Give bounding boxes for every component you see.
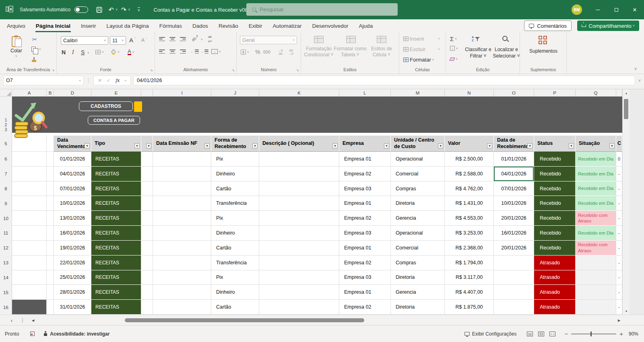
merge-center-icon[interactable]: ↔˅ (211, 49, 221, 54)
cell-A6[interactable] (12, 152, 47, 167)
cell-r15c5[interactable] (259, 285, 339, 300)
delete-cells-button[interactable]: Excluir (403, 46, 425, 52)
cell-r9c4[interactable]: Transferência (211, 196, 259, 211)
cell-styles-button[interactable]: Estilos de Célula ˅ (365, 36, 398, 58)
cell-r16c3[interactable] (153, 300, 211, 315)
cell-r13c3[interactable] (153, 255, 211, 270)
cell-r7c11[interactable]: Recebido em Dia (576, 167, 616, 181)
table-header-Data Emissão NF[interactable]: Data Emissão NF▾ (153, 136, 211, 152)
shrink-font-icon[interactable]: Aˇ (141, 37, 147, 43)
accounting-format-icon[interactable]: $˅ (241, 49, 249, 55)
scroll-right-icon[interactable]: ▶ (616, 315, 622, 326)
cell-r6c12[interactable]: 0 (616, 152, 622, 167)
insert-chevron-icon[interactable]: ˅ (438, 37, 440, 41)
table-header-Empresa[interactable]: Empresa▾ (339, 136, 391, 152)
copy-icon[interactable]: ˅ (31, 47, 41, 52)
cell-r14c7[interactable]: Diretoria (391, 270, 445, 285)
cell-r11c7[interactable]: Operacional (391, 226, 445, 241)
cell-r9c6[interactable]: Empresa 01 (339, 196, 391, 211)
font-name-select[interactable]: Calibri˅ (61, 36, 108, 45)
redo-chevron-icon[interactable]: ˅ (128, 8, 130, 12)
cell-r8c11[interactable]: Recebido em Dia (576, 181, 616, 196)
cell-r14c1[interactable]: RECEITAS (91, 270, 141, 285)
cell-r16c7[interactable]: Diretoria (391, 300, 445, 315)
tab-revisão[interactable]: Revisão (213, 19, 244, 32)
cell-A10[interactable] (12, 211, 47, 226)
filter-icon[interactable]: ▾ (85, 143, 90, 148)
insert-cells-button[interactable]: Inserir (403, 36, 424, 42)
cell-r11c8[interactable]: R$ 3.253,00 (445, 226, 494, 241)
cell-r9c1[interactable]: RECEITAS (91, 196, 141, 211)
sort-filter-button[interactable]: Classificar e Filtrar ˅ (463, 47, 493, 59)
cell-B10[interactable] (47, 211, 54, 226)
cell-B14[interactable] (47, 270, 54, 285)
cell-r13c9[interactable] (494, 255, 534, 270)
clipboard-dialog-launcher-icon[interactable]: ↘ (52, 68, 55, 72)
expand-formula-bar-icon[interactable]: ˅ (635, 78, 644, 83)
column-header-B[interactable]: B (47, 89, 54, 97)
contas-a-pagar-button[interactable]: CONTAS A PAGAR (88, 116, 140, 125)
cell-B13[interactable] (47, 255, 54, 270)
cell-r7c10[interactable]: Recebido (534, 167, 576, 181)
clear-icon[interactable]: ˅ (450, 57, 458, 61)
row-header-2[interactable]: 2 (0, 122, 12, 127)
filter-icon[interactable]: ▾ (134, 143, 140, 148)
cell-r12c0[interactable]: 19/01/2026 (54, 241, 91, 255)
cell-r7c1[interactable]: RECEITAS (91, 167, 141, 181)
formula-bar-splitter[interactable]: ⋮ (86, 78, 91, 83)
cell-r14c4[interactable]: Pix (211, 270, 259, 285)
cell-r9c11[interactable]: Recebido em Dia (576, 196, 616, 211)
cell-r11c11[interactable]: Recebido em Dia (576, 226, 616, 241)
cell-B11[interactable] (47, 226, 54, 241)
grow-font-icon[interactable]: Aˆ (129, 37, 136, 43)
cell-r14c12[interactable]: - (616, 270, 622, 285)
filter-icon[interactable]: ▾ (146, 143, 151, 148)
cell-r8c4[interactable]: Cartão (211, 181, 259, 196)
percent-style-icon[interactable]: % (255, 49, 260, 55)
delete-chevron-icon[interactable]: ˅ (438, 47, 440, 51)
underline-chevron-icon[interactable]: ˅ (87, 51, 89, 55)
normal-view-button[interactable] (527, 332, 533, 336)
cell-r12c11[interactable]: Recebido com Atraso (576, 241, 616, 255)
row-header-1[interactable]: 1 (0, 117, 12, 122)
align-left-icon[interactable] (159, 49, 165, 54)
cell-B8[interactable] (47, 181, 54, 196)
row-header-13[interactable]: 13 (0, 255, 12, 270)
column-header-J[interactable]: J (211, 89, 259, 97)
decrease-indent-icon[interactable]: ← (190, 49, 199, 54)
cell-r7c2[interactable] (141, 167, 153, 181)
cell-r9c0[interactable]: 10/01/2026 (54, 196, 91, 211)
cell-r15c0[interactable]: 28/01/2026 (54, 285, 91, 300)
column-header-O[interactable]: O (494, 89, 534, 97)
cell-r11c1[interactable]: RECEITAS (91, 226, 141, 241)
select-all-corner[interactable] (0, 89, 12, 97)
cell-r16c12[interactable]: - (616, 300, 622, 315)
cell-r10c6[interactable]: Empresa 02 (339, 211, 391, 226)
formula-enter-icon[interactable]: ✓ (107, 78, 111, 83)
cell-r10c3[interactable] (153, 211, 211, 226)
cell-r12c1[interactable]: RECEITAS (91, 241, 141, 255)
tab-dados[interactable]: Dados (187, 19, 213, 32)
cell-r10c10[interactable]: Recebido (534, 211, 576, 226)
cell-r8c1[interactable]: RECEITAS (91, 181, 141, 196)
cell-r9c5[interactable] (259, 196, 339, 211)
cell-r16c1[interactable]: RECEITAS (91, 300, 141, 315)
table-header-Tipo[interactable]: Tipo▾ (91, 136, 141, 152)
cell-r6c8[interactable]: R$ 2.500,00 (445, 152, 494, 167)
row-header-11[interactable]: 11 (0, 226, 12, 241)
cell-r12c9[interactable]: 20/01/2026 (494, 241, 534, 255)
restore-button[interactable] (607, 0, 625, 19)
filter-icon[interactable]: ▾ (438, 143, 443, 148)
zoom-out-button[interactable]: − (564, 330, 568, 337)
column-header-N[interactable]: N (445, 89, 494, 97)
display-settings-button[interactable]: Exibir Configurações (464, 331, 517, 337)
autosave-toggle[interactable] (74, 6, 88, 13)
cell-r12c6[interactable]: Empresa 01 (339, 241, 391, 255)
align-middle-icon[interactable] (169, 37, 175, 41)
cell-r8c9[interactable]: 07/01/2026 (494, 181, 534, 196)
cell-r16c11[interactable] (576, 300, 616, 315)
cell-r16c5[interactable] (259, 300, 339, 315)
column-header-hidden-14[interactable] (616, 89, 622, 97)
cell-r14c6[interactable]: Empresa 03 (339, 270, 391, 285)
cell-r12c10[interactable]: Recebido (534, 241, 576, 255)
